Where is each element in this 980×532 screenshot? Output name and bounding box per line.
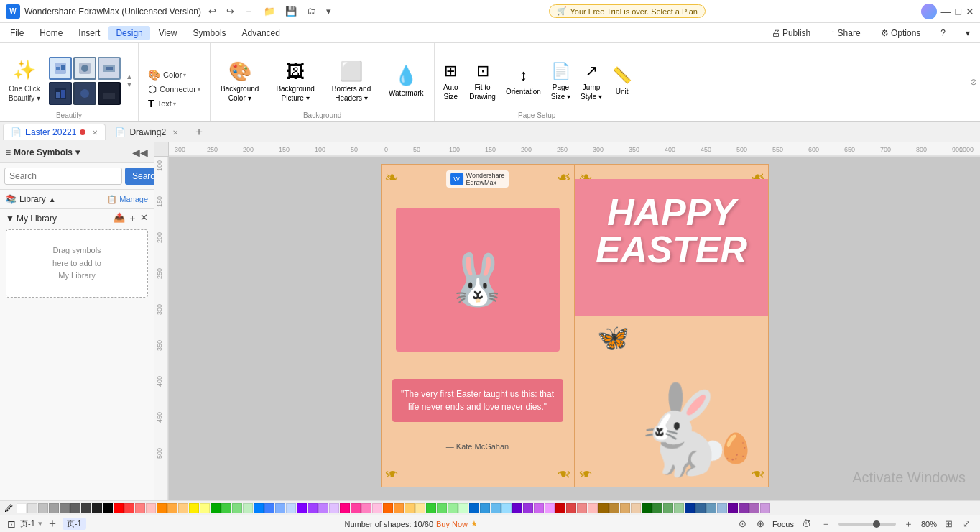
color-swatch[interactable] bbox=[491, 503, 501, 513]
dropper-icon[interactable]: 🖉 bbox=[4, 503, 13, 513]
open-btn[interactable]: 📁 bbox=[261, 4, 278, 18]
color-swatch[interactable] bbox=[566, 503, 576, 513]
maximize-btn[interactable]: □ bbox=[956, 6, 961, 17]
color-swatch[interactable] bbox=[663, 503, 673, 513]
publish-btn[interactable]: 🖨 Publish bbox=[764, 26, 818, 40]
layers-btn[interactable]: ⊙ bbox=[736, 518, 749, 530]
color-swatch[interactable] bbox=[609, 503, 619, 513]
color-swatch[interactable] bbox=[308, 503, 318, 513]
color-swatch[interactable] bbox=[631, 503, 641, 513]
connector-row[interactable]: ⬡ Connector ▾ bbox=[145, 83, 203, 96]
menu-view[interactable]: View bbox=[152, 26, 185, 40]
color-swatch[interactable] bbox=[38, 503, 48, 513]
color-swatch[interactable] bbox=[221, 503, 231, 513]
my-library-export-btn[interactable]: 📤 bbox=[114, 212, 125, 225]
color-swatch[interactable] bbox=[674, 503, 684, 513]
search-input[interactable] bbox=[4, 168, 122, 185]
style-shape-6[interactable] bbox=[98, 82, 121, 105]
color-swatch[interactable] bbox=[81, 503, 91, 513]
unit-btn[interactable]: 📏 Unit bbox=[608, 56, 636, 106]
color-swatch[interactable] bbox=[264, 503, 274, 513]
color-swatch[interactable] bbox=[685, 503, 695, 513]
color-swatch[interactable] bbox=[167, 503, 177, 513]
menu-file[interactable]: File bbox=[3, 26, 31, 40]
add-tab-btn[interactable]: ＋ bbox=[188, 121, 211, 142]
color-swatch[interactable] bbox=[426, 503, 436, 513]
options-btn[interactable]: ⚙ Options bbox=[874, 26, 928, 40]
style-shape-3[interactable] bbox=[98, 57, 121, 80]
color-swatch[interactable] bbox=[146, 503, 156, 513]
color-swatch[interactable] bbox=[383, 503, 393, 513]
color-swatch[interactable] bbox=[739, 503, 749, 513]
color-swatch[interactable] bbox=[103, 503, 113, 513]
page-dropdown-btn[interactable]: ▾ bbox=[38, 519, 42, 528]
style-shape-4[interactable] bbox=[49, 82, 72, 105]
color-swatch[interactable] bbox=[512, 503, 522, 513]
color-swatch[interactable] bbox=[717, 503, 727, 513]
one-click-beautify-btn[interactable]: ✨ One ClickBeautify ▾ bbox=[3, 55, 46, 106]
orientation-btn[interactable]: ↕ Orientation bbox=[501, 56, 545, 106]
minimize-btn[interactable]: — bbox=[941, 6, 951, 17]
color-swatch[interactable] bbox=[728, 503, 738, 513]
color-swatch[interactable] bbox=[695, 503, 706, 513]
bg-color-btn[interactable]: 🎨 BackgroundColor ▾ bbox=[213, 54, 266, 109]
color-swatch[interactable] bbox=[254, 503, 264, 513]
history-btn[interactable]: 🗂 bbox=[304, 4, 319, 18]
color-swatch[interactable] bbox=[458, 503, 468, 513]
color-swatch[interactable] bbox=[534, 503, 544, 513]
color-swatch[interactable] bbox=[501, 503, 512, 513]
color-swatch[interactable] bbox=[405, 503, 415, 513]
ribbon-collapse-btn[interactable]: ⊘ bbox=[970, 77, 977, 87]
color-swatch[interactable] bbox=[49, 503, 59, 513]
style-shape-5[interactable] bbox=[73, 82, 96, 105]
new-btn[interactable]: ＋ bbox=[241, 4, 256, 19]
menu-design[interactable]: Design bbox=[108, 26, 149, 40]
color-swatch[interactable] bbox=[588, 503, 598, 513]
user-avatar[interactable] bbox=[921, 4, 937, 19]
color-swatch[interactable] bbox=[598, 503, 609, 513]
color-swatch[interactable] bbox=[329, 503, 339, 513]
color-swatch[interactable] bbox=[275, 503, 285, 513]
account-btn[interactable]: ▾ bbox=[958, 26, 977, 40]
color-swatch[interactable] bbox=[157, 503, 167, 513]
settings-btn[interactable]: ▾ bbox=[323, 4, 334, 18]
color-swatch[interactable] bbox=[469, 503, 479, 513]
color-swatch[interactable] bbox=[706, 503, 716, 513]
my-library-add-btn[interactable]: ＋ bbox=[128, 212, 137, 225]
zoom-thumb[interactable] bbox=[873, 520, 880, 528]
color-swatch[interactable] bbox=[114, 503, 124, 513]
library-label[interactable]: 📚 Library ▲ bbox=[6, 194, 56, 204]
color-swatch[interactable] bbox=[642, 503, 652, 513]
fullscreen-btn[interactable]: ⤢ bbox=[961, 518, 973, 530]
menu-home[interactable]: Home bbox=[32, 26, 70, 40]
color-swatch[interactable] bbox=[577, 503, 587, 513]
color-swatch[interactable] bbox=[243, 503, 253, 513]
color-swatch[interactable] bbox=[92, 503, 102, 513]
zoom-in-btn[interactable]: ＋ bbox=[902, 517, 915, 531]
color-swatch[interactable] bbox=[620, 503, 630, 513]
color-swatch[interactable] bbox=[211, 503, 221, 513]
menu-advanced[interactable]: Advanced bbox=[235, 26, 287, 40]
manage-link[interactable]: 📋 Manage bbox=[107, 195, 148, 204]
zoom-slider[interactable] bbox=[838, 523, 896, 526]
color-swatch[interactable] bbox=[545, 503, 555, 513]
my-library-close-btn[interactable]: ✕ bbox=[140, 212, 148, 225]
my-library-label[interactable]: ▼ My Library bbox=[6, 214, 57, 224]
fit-to-drawing-btn[interactable]: ⊡ Fit toDrawing bbox=[465, 56, 500, 106]
color-swatch[interactable] bbox=[437, 503, 447, 513]
redo-btn[interactable]: ↪ bbox=[223, 4, 237, 18]
tab-easter-close[interactable]: ✕ bbox=[92, 129, 98, 137]
color-swatch[interactable] bbox=[361, 503, 371, 513]
tab-drawing2-close[interactable]: ✕ bbox=[172, 129, 178, 137]
color-swatch[interactable] bbox=[27, 503, 37, 513]
color-swatch[interactable] bbox=[135, 503, 145, 513]
borders-headers-btn[interactable]: ⬜ Borders andHeaders ▾ bbox=[325, 54, 378, 109]
menu-insert[interactable]: Insert bbox=[71, 26, 107, 40]
close-btn[interactable]: ✕ bbox=[966, 6, 974, 17]
focus-btn[interactable]: ⊕ bbox=[754, 518, 767, 530]
color-swatch[interactable] bbox=[60, 503, 70, 513]
save-btn[interactable]: 💾 bbox=[282, 4, 300, 18]
zoom-out-btn[interactable]: － bbox=[819, 517, 833, 531]
color-swatch[interactable] bbox=[124, 503, 134, 513]
color-swatch[interactable] bbox=[232, 503, 242, 513]
